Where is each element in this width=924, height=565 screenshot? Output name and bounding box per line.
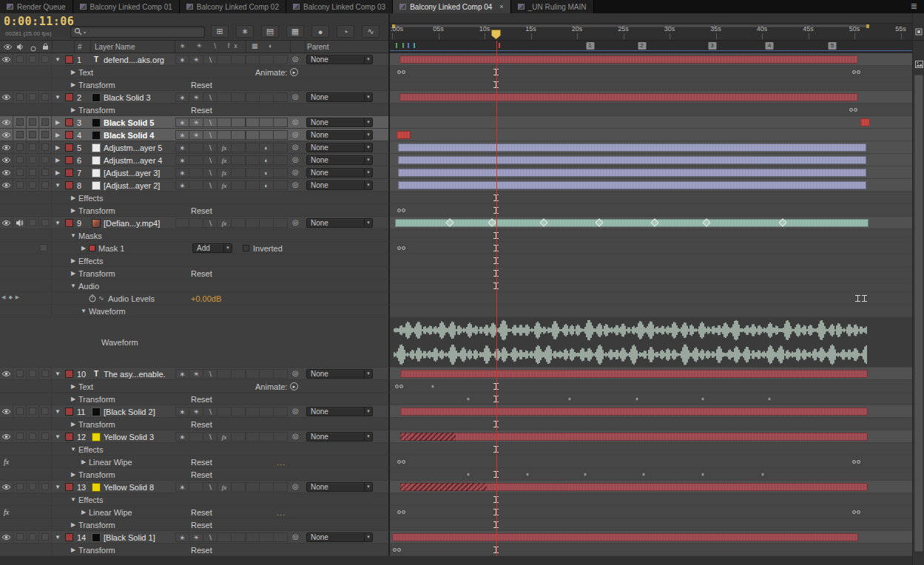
timeline-lane[interactable]: [390, 129, 912, 141]
tab-balcony-linked-comp-02[interactable]: Balcony Linked Comp 02: [180, 0, 286, 13]
expand-triangle[interactable]: ▼: [53, 94, 62, 101]
mode-cell[interactable]: [260, 482, 274, 492]
switch-empty[interactable]: [232, 55, 246, 64]
expand-triangle[interactable]: ▶: [69, 383, 78, 390]
tab-balcony-linked-comp-04[interactable]: Balcony Linked Comp 04×: [393, 0, 510, 13]
pick-whip-icon[interactable]: ◎: [292, 532, 299, 541]
switch-fx[interactable]: fx: [217, 155, 232, 165]
parent-dropdown[interactable]: None▼: [306, 180, 373, 190]
lock-toggle[interactable]: [39, 368, 52, 379]
keyframe-dot[interactable]: [701, 473, 705, 476]
expand-triangle[interactable]: ▼: [69, 282, 78, 289]
property-row[interactable]: ▼Waveform: [0, 305, 924, 317]
expand-triangle[interactable]: ▶: [53, 132, 62, 138]
switch-ras[interactable]: ∗: [175, 168, 189, 177]
expand-triangle[interactable]: ▼: [53, 371, 62, 377]
solo-toggle[interactable]: [27, 91, 39, 103]
solo-toggle[interactable]: [27, 217, 39, 229]
keyframe-navigator[interactable]: ◀◆▶: [1, 294, 19, 300]
mask-color-chip[interactable]: [89, 245, 95, 251]
layer-color-chip[interactable]: [65, 181, 73, 189]
switch-fx[interactable]: fx: [217, 218, 232, 228]
animate-menu-button[interactable]: ▸: [290, 382, 298, 390]
switch-empty[interactable]: [232, 482, 246, 492]
switch-empty[interactable]: [189, 155, 203, 165]
layer-name[interactable]: [Defian...y.mp4]: [104, 219, 174, 228]
switch-sun[interactable]: ☀: [189, 55, 203, 64]
animate-menu-button[interactable]: ▸: [290, 68, 298, 76]
lock-toggle[interactable]: [39, 116, 52, 128]
solo-toggle[interactable]: [27, 154, 39, 166]
fx-badge[interactable]: fx: [4, 458, 9, 466]
visibility-toggle[interactable]: [0, 481, 13, 493]
solo-toggle[interactable]: [27, 405, 39, 417]
switch-empty[interactable]: [232, 180, 246, 190]
layer-duration-bar[interactable]: [400, 433, 867, 441]
layer-color-chip[interactable]: [65, 533, 73, 541]
timeline-lane[interactable]: [390, 405, 912, 418]
switch-empty[interactable]: [232, 92, 246, 102]
switch-fx[interactable]: fx: [217, 168, 232, 177]
parent-dropdown[interactable]: None▼: [306, 432, 373, 441]
audio-toggle[interactable]: [13, 217, 27, 229]
layer-row[interactable]: ▶6Adjustm...ayer 4∗∖fx◐◎None▼: [0, 154, 924, 166]
tab-render-queue[interactable]: Render Queue: [0, 0, 73, 13]
vertical-scrollbar[interactable]: [912, 41, 924, 565]
parent-dropdown[interactable]: None▼: [306, 369, 373, 379]
timeline-lane[interactable]: [390, 292, 912, 305]
switch-empty[interactable]: [232, 407, 246, 416]
audio-toggle[interactable]: [13, 53, 27, 65]
switch-empty[interactable]: [217, 92, 232, 102]
mode-cell[interactable]: [274, 369, 288, 379]
keyframe-dot[interactable]: [525, 473, 529, 476]
expand-triangle[interactable]: ▼: [53, 433, 62, 440]
lock-toggle[interactable]: [39, 531, 52, 543]
keyframe-dot[interactable]: [431, 385, 435, 388]
property-row[interactable]: ▶Effects: [0, 192, 924, 204]
search-options-caret-icon[interactable]: ▾: [84, 30, 86, 35]
comp-mini-flowchart-icon[interactable]: ⊞: [211, 25, 229, 38]
visibility-toggle[interactable]: [0, 166, 13, 178]
timeline-lane[interactable]: [390, 456, 912, 468]
layer-row[interactable]: ▼14[Black Solid 1]∗☀∖◎None▼: [0, 531, 924, 544]
switch-ras[interactable]: ∗: [175, 180, 189, 190]
solo-toggle[interactable]: [27, 141, 39, 153]
layer-name[interactable]: Black Solid 3: [104, 93, 174, 102]
pick-whip-icon[interactable]: ◎: [292, 407, 299, 415]
reset-link[interactable]: Reset: [191, 106, 212, 115]
visibility-toggle[interactable]: [0, 141, 13, 153]
switch-q[interactable]: ∖: [203, 168, 217, 177]
layer-duration-bar[interactable]: [400, 370, 867, 378]
mode-cell[interactable]: [274, 130, 288, 140]
inverted-checkbox[interactable]: [243, 245, 249, 251]
switch-q[interactable]: ∖: [203, 482, 217, 492]
comp-marker[interactable]: 5: [829, 42, 837, 50]
mask-mode-dropdown[interactable]: Add▼: [192, 243, 232, 253]
tab-balcony-linked-comp-01[interactable]: Balcony Linked Comp 01: [73, 0, 180, 13]
switch-sun[interactable]: ☀: [189, 118, 203, 127]
switch-empty[interactable]: [232, 168, 246, 177]
property-label[interactable]: Audio: [78, 282, 99, 291]
switch-q[interactable]: ∖: [203, 143, 217, 152]
mode-cell[interactable]: [260, 118, 274, 127]
mode-cell[interactable]: ◐: [260, 143, 274, 152]
expand-triangle[interactable]: ▼: [69, 496, 78, 503]
switch-fx[interactable]: fx: [217, 180, 232, 190]
timeline-lane[interactable]: [390, 66, 912, 78]
timeline-lane[interactable]: [390, 468, 912, 481]
timeline-lane[interactable]: [390, 179, 912, 192]
switch-ras[interactable]: ∗: [175, 155, 189, 165]
switch-empty[interactable]: [189, 432, 203, 441]
expand-triangle[interactable]: ▶: [69, 270, 78, 277]
solo-toggle[interactable]: [27, 129, 39, 141]
expand-triangle[interactable]: ▶: [79, 245, 88, 251]
switch-empty[interactable]: [217, 407, 232, 416]
layer-duration-bar[interactable]: [397, 131, 411, 139]
mode-cell[interactable]: [260, 130, 274, 140]
property-label[interactable]: Linear Wipe: [89, 508, 132, 517]
visibility-toggle[interactable]: [0, 53, 13, 65]
work-area-end-handle[interactable]: [866, 24, 869, 28]
pick-whip-icon[interactable]: ◎: [292, 92, 299, 101]
visibility-toggle[interactable]: [0, 129, 13, 141]
layer-row[interactable]: ▼13Yellow Solid 8∗∖fx◎None▼: [0, 481, 924, 493]
